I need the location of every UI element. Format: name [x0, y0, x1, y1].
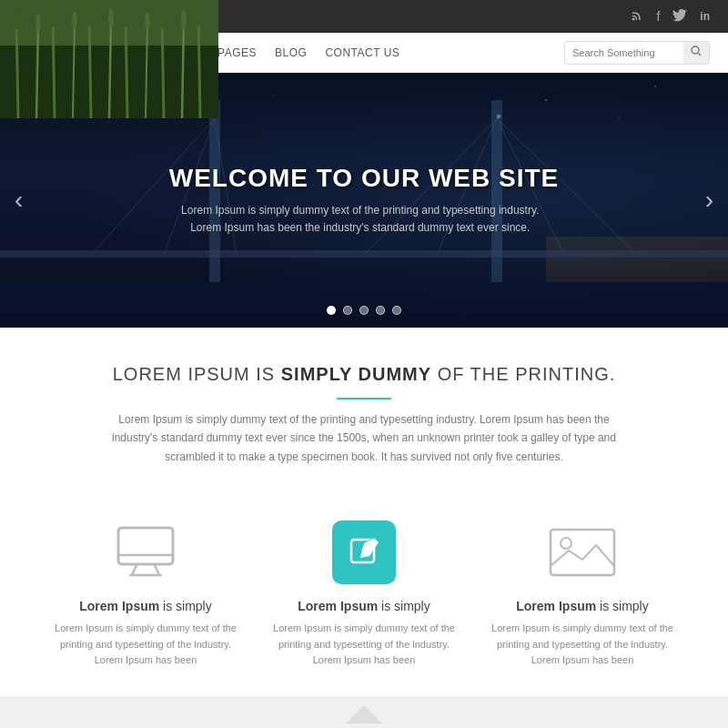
hero-title: WELCOME TO OUR WEB SITE [169, 164, 559, 193]
hero-prev-arrow[interactable]: ‹ [15, 186, 23, 215]
hero-dot-2[interactable] [343, 306, 352, 315]
search-input[interactable] [565, 47, 683, 58]
svg-rect-10 [0, 282, 728, 328]
svg-point-6 [545, 99, 547, 101]
about-headline: LOREM IPSUM IS SIMPLY DUMMY OF THE PRINT… [55, 364, 673, 385]
search-button[interactable] [683, 41, 709, 65]
portfolio-arrow [0, 696, 728, 723]
svg-point-8 [272, 95, 273, 96]
feature-monitor: Lorem Ipsum is simply Lorem Ipsum is sim… [46, 521, 246, 669]
twitter-icon[interactable] [672, 9, 687, 25]
feature-edit: Lorem Ipsum is simply Lorem Ipsum is sim… [264, 521, 464, 669]
nav-blog[interactable]: BLOG [275, 46, 307, 59]
svg-line-27 [155, 565, 159, 575]
svg-rect-23 [497, 115, 500, 118]
nav-pages[interactable]: PAGES [217, 46, 257, 59]
hero-subtitle: Lorem Ipsum is simply dummy text of the … [169, 202, 551, 237]
portfolio-section [0, 696, 728, 728]
about-section: LOREM IPSUM IS SIMPLY DUMMY OF THE PRINT… [0, 328, 728, 493]
hero-dot-1[interactable] [327, 306, 336, 315]
hero-dot-5[interactable] [392, 306, 401, 315]
svg-rect-31 [551, 530, 614, 575]
hero-dots [327, 306, 401, 315]
search-box [564, 41, 710, 65]
hero-dot-4[interactable] [376, 306, 385, 315]
svg-rect-11 [546, 237, 728, 282]
portfolio-images [0, 723, 728, 728]
about-description: Lorem Ipsum is simply dummy text of the … [109, 410, 619, 466]
feature-image-desc: Lorem Ipsum is simply dummy text of the … [482, 621, 682, 669]
svg-line-26 [132, 565, 136, 575]
feature-edit-desc: Lorem Ipsum is simply dummy text of the … [264, 621, 464, 669]
edit-icon [328, 521, 400, 584]
hero-content: WELCOME TO OUR WEB SITE Lorem Ipsum is s… [169, 164, 559, 237]
rss-icon[interactable] [631, 9, 643, 25]
svg-point-7 [654, 86, 656, 87]
svg-point-9 [618, 117, 619, 118]
svg-point-32 [561, 538, 571, 549]
svg-rect-24 [118, 528, 173, 564]
feature-edit-title: Lorem Ipsum is simply [264, 599, 464, 613]
section-divider [337, 398, 391, 399]
monitor-icon [109, 521, 182, 584]
feature-monitor-desc: Lorem Ipsum is simply dummy text of the … [46, 621, 246, 669]
feature-image: Lorem Ipsum is simply Lorem Ipsum is sim… [482, 521, 682, 669]
nav-contact[interactable]: CONTACT US [325, 46, 399, 59]
feature-image-title: Lorem Ipsum is simply [482, 599, 682, 613]
social-icons: f in [631, 9, 710, 25]
svg-rect-21 [0, 250, 728, 258]
feature-monitor-title: Lorem Ipsum is simply [46, 599, 246, 613]
svg-point-0 [632, 17, 635, 20]
image-placeholder-icon [546, 521, 619, 584]
svg-point-1 [692, 46, 699, 54]
section-divider-arrow [346, 705, 382, 723]
svg-line-2 [699, 54, 702, 56]
facebook-icon[interactable]: f [656, 9, 660, 24]
features-section: Lorem Ipsum is simply Lorem Ipsum is sim… [0, 493, 728, 696]
linkedin-icon[interactable]: in [700, 10, 710, 23]
hero-dot-3[interactable] [359, 306, 369, 315]
hero-next-arrow[interactable]: › [705, 186, 713, 215]
